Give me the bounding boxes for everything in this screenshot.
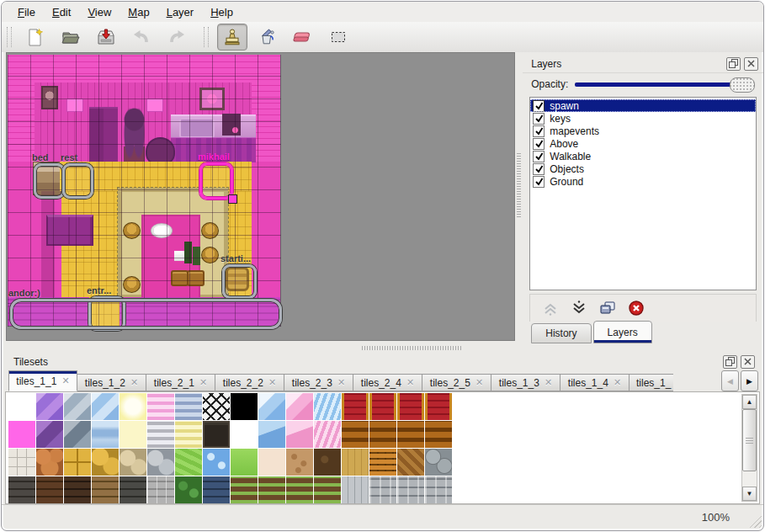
blue-brick-tile[interactable]: [203, 476, 230, 503]
delete-layer-button[interactable]: [626, 298, 646, 318]
map-viewport[interactable]: bedrestmikhailstarti...entr...andor:): [6, 52, 515, 341]
lattice-tile[interactable]: [203, 393, 230, 420]
basketweave-tile[interactable]: [369, 449, 396, 476]
tileset-tab-tiles_2_4[interactable]: tiles_2_4✕: [353, 374, 422, 391]
brown-band-tile[interactable]: [397, 421, 424, 448]
red-band-tile[interactable]: [342, 393, 369, 420]
darkbrown-brick-tile[interactable]: [64, 476, 91, 503]
menu-file[interactable]: File: [10, 3, 43, 21]
yellow-tile-tile[interactable]: [64, 449, 91, 476]
red-band-tile[interactable]: [425, 393, 452, 420]
tab-close-icon[interactable]: ✕: [337, 377, 345, 388]
pink-wavy-tile[interactable]: [314, 421, 341, 448]
dark-brick-tile[interactable]: [8, 476, 35, 503]
eraser-tool-button[interactable]: [288, 24, 318, 51]
undo-button[interactable]: [126, 24, 157, 51]
menu-view[interactable]: View: [80, 3, 119, 21]
yellow-cobble-tile[interactable]: [92, 449, 119, 476]
menu-map[interactable]: Map: [120, 3, 157, 21]
water-sparkle-tile[interactable]: [203, 449, 230, 476]
farm-row-tile[interactable]: [314, 476, 341, 503]
dark-stone-tile[interactable]: [120, 476, 146, 503]
layer-row-Walkable[interactable]: Walkable: [530, 150, 756, 162]
tileset-tab-tiles_1_1[interactable]: tiles_1_1✕: [8, 370, 77, 391]
brown-brick-tile[interactable]: [36, 476, 63, 503]
darkgray-glass-tile[interactable]: [64, 421, 91, 448]
save-file-button[interactable]: [91, 24, 121, 51]
layer-visible-checkbox[interactable]: [533, 138, 545, 150]
stone-path-tile[interactable]: [8, 449, 35, 476]
orange-cobble-tile[interactable]: [36, 449, 63, 476]
layer-row-Above[interactable]: Above: [530, 137, 756, 150]
magenta-tile[interactable]: [8, 421, 35, 448]
gray-brick2-tile[interactable]: [369, 476, 396, 503]
gray-stripes-tile[interactable]: [147, 421, 174, 448]
tab-close-icon[interactable]: ✕: [614, 377, 621, 388]
close-panel-button[interactable]: [741, 355, 755, 369]
opacity-slider[interactable]: [575, 77, 755, 91]
tileset-tab-tiles_2_3[interactable]: tiles_2_3✕: [284, 374, 353, 391]
toolbar-grip[interactable]: [204, 27, 209, 47]
float-panel-button[interactable]: [726, 57, 741, 71]
blue-glass-tile[interactable]: [92, 393, 119, 420]
gray-brick-tile[interactable]: [147, 476, 174, 503]
beige-cobble-tile[interactable]: [120, 449, 146, 476]
tileset-tab-tiles_1_2[interactable]: tiles_1_2✕: [77, 374, 146, 391]
brown-band-tile[interactable]: [369, 421, 396, 448]
gray-glass-tile[interactable]: [64, 393, 91, 420]
map-canvas[interactable]: bedrestmikhailstarti...entr...andor:): [8, 55, 280, 326]
toolbar-grip[interactable]: [7, 27, 12, 47]
scroll-down-button[interactable]: ▼: [742, 487, 757, 501]
blue-glass2-tile[interactable]: [258, 393, 285, 420]
yellow-stripes-tile[interactable]: [175, 421, 202, 448]
tab-close-icon[interactable]: ✕: [268, 377, 276, 388]
redo-button[interactable]: [162, 24, 192, 51]
new-file-button[interactable]: [20, 24, 50, 51]
dirt-dots-tile[interactable]: [286, 449, 313, 476]
rect-select-tool-button[interactable]: [323, 24, 353, 51]
stone-circles-tile[interactable]: [425, 449, 452, 476]
map-object-rest[interactable]: [62, 163, 93, 199]
pink-fill-tile[interactable]: [286, 421, 313, 448]
brown-band-tile[interactable]: [425, 421, 452, 448]
scroll-tabs-left-button[interactable]: ◀: [721, 370, 739, 391]
vertical-splitter[interactable]: [515, 52, 523, 343]
tab-close-icon[interactable]: ✕: [545, 377, 552, 388]
tileset-tab-tiles_1_[interactable]: tiles_1_: [630, 374, 673, 391]
map-object-starti[interactable]: [222, 264, 257, 299]
sign-tile[interactable]: [203, 421, 230, 448]
lower-layer-button[interactable]: [569, 298, 589, 318]
layer-row-spawn[interactable]: spawn: [530, 99, 756, 112]
gray-cobble-tile[interactable]: [147, 449, 174, 476]
red-band-tile[interactable]: [369, 393, 396, 420]
opacity-slider-handle[interactable]: [730, 77, 755, 93]
layer-row-keys[interactable]: keys: [530, 112, 756, 125]
map-object-mikhail[interactable]: [199, 162, 233, 200]
white-tile[interactable]: [231, 421, 258, 448]
farm-row-tile[interactable]: [231, 476, 258, 503]
tileset-tab-tiles_2_2[interactable]: tiles_2_2✕: [215, 374, 284, 391]
dock-tab-layers[interactable]: Layers: [593, 321, 652, 343]
wood-planks-tile[interactable]: [342, 449, 369, 476]
fill-tool-button[interactable]: [252, 24, 283, 51]
purple-glass-tile[interactable]: [36, 393, 63, 420]
water-tile[interactable]: [92, 421, 119, 448]
scrollbar-thumb[interactable]: [742, 409, 757, 471]
blue-wavy-tile[interactable]: [314, 393, 341, 420]
pink-stripes-tile[interactable]: [147, 393, 174, 420]
tan-brick-tile[interactable]: [92, 476, 119, 503]
slate-stripes-tile[interactable]: [175, 393, 202, 420]
gray-brick2-tile[interactable]: [425, 476, 452, 503]
open-file-button[interactable]: [56, 24, 86, 51]
green-tile[interactable]: [231, 449, 258, 476]
resize-grip[interactable]: [746, 513, 762, 528]
black-tile[interactable]: [231, 393, 258, 420]
herringbone-tile[interactable]: [397, 449, 424, 476]
tab-close-icon[interactable]: ✕: [475, 377, 483, 388]
gray-planks-tile[interactable]: [342, 476, 369, 503]
menu-edit[interactable]: Edit: [45, 3, 78, 21]
menu-help[interactable]: Help: [203, 3, 241, 21]
tileset-view[interactable]: ▲ ▼: [5, 391, 760, 504]
red-band-tile[interactable]: [397, 393, 424, 420]
tileset-tab-tiles_2_5[interactable]: tiles_2_5✕: [422, 374, 491, 391]
